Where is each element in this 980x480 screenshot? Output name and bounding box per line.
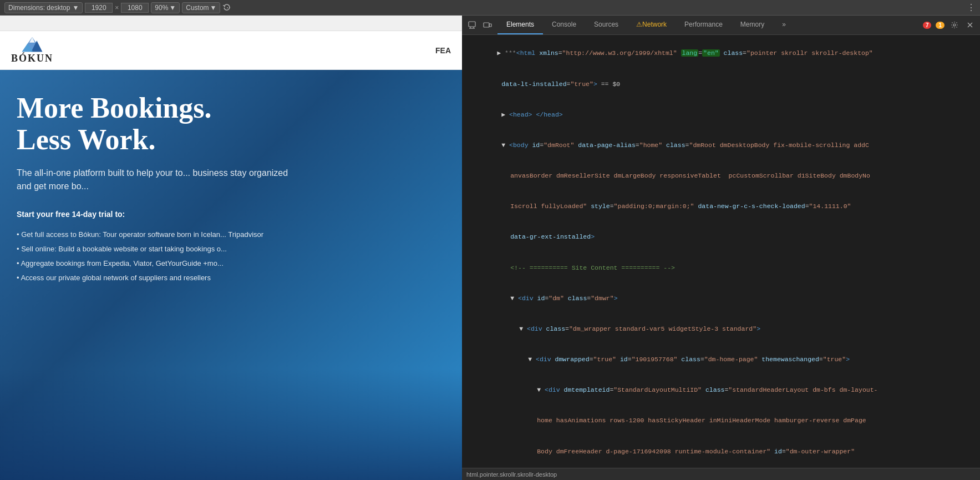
tab-performance[interactable]: Performance [676, 16, 732, 34]
preview-pane: BÓKUN FEA More Bookings. Less Work. The … [0, 16, 462, 480]
top-toolbar: Dimensions: desktop ▼ × 90% ▼ Custom ▼ ⋮ [0, 0, 980, 16]
html-line[interactable]: Body dmFreeHeader d-page-1716942098 runt… [462, 436, 980, 467]
device-mode-icon[interactable] [482, 19, 493, 31]
custom-selector[interactable]: Custom ▼ [182, 2, 220, 13]
html-element-line[interactable]: ▶ ***<html xmlns="http://www.w3.org/1999… [462, 38, 980, 69]
website-hero: More Bookings. Less Work. The all-in-one… [0, 70, 462, 480]
hero-bullets: • Get full access to Bókun: Tour operato… [17, 228, 445, 285]
zoom-arrow: ▼ [169, 4, 176, 12]
main-area: BÓKUN FEA More Bookings. Less Work. The … [0, 16, 980, 480]
html-line[interactable]: data-gr-ext-installed> [462, 222, 980, 252]
html-line[interactable]: ▼ <div dmwrapped="true" id="1901957768" … [462, 345, 980, 375]
html-line[interactable]: ▼ <div id="dm" class="dmwr"> [462, 283, 980, 314]
elements-content[interactable]: ▶ ***<html xmlns="http://www.w3.org/1999… [462, 35, 980, 468]
logo-area: BÓKUN [11, 36, 53, 64]
width-input[interactable] [85, 3, 113, 13]
warning-triangle-icon: ⚠ [636, 21, 642, 28]
hero-subtext: The all-in-one platform built to help yo… [17, 166, 294, 193]
tab-network[interactable]: ⚠ Network [627, 16, 676, 34]
device-label: Dimensions: desktop [8, 4, 70, 12]
toolbar-left: Dimensions: desktop ▼ × 90% ▼ Custom ▼ ⋮ [4, 2, 976, 13]
svg-rect-9 [484, 23, 489, 27]
more-options-button[interactable]: ⋮ [967, 2, 976, 13]
ruler-bar [0, 16, 462, 31]
settings-icon[interactable] [949, 19, 960, 31]
tab-console[interactable]: Console [543, 16, 585, 34]
bullet-4: • Access our private global network of s… [17, 271, 445, 285]
logo-mountain-icon [18, 36, 46, 53]
custom-arrow: ▼ [210, 4, 217, 12]
inspect-element-icon[interactable] [466, 19, 478, 31]
bullet-1: • Get full access to Bókun: Tour operato… [17, 228, 445, 242]
zoom-label: 90% [155, 4, 168, 12]
bullet-2: • Sell online: Build a bookable website … [17, 242, 445, 256]
zoom-selector[interactable]: 90% ▼ [151, 2, 180, 13]
html-line[interactable]: ▼ <body id="dmRoot" data-page-alias="hom… [462, 130, 980, 161]
rotate-icon[interactable] [222, 3, 231, 12]
tab-more[interactable]: » [773, 16, 795, 34]
tab-sources[interactable]: Sources [585, 16, 627, 34]
website-header: BÓKUN FEA [0, 31, 462, 70]
custom-label: Custom [186, 4, 209, 12]
html-line[interactable]: ▼ <div class="dm_wrapper standard-var5 w… [462, 314, 980, 345]
close-devtools-icon[interactable] [964, 19, 976, 31]
hero-trial-label: Start your free 14-day trial to: [17, 210, 445, 219]
html-line[interactable]: home hasAnimations rows-1200 hasStickyHe… [462, 406, 980, 436]
element-breadcrumb: html.pointer.skrollr.skrollr-desktop [466, 471, 557, 478]
hero-headline-line2: Less Work. [17, 124, 445, 155]
height-input[interactable] [121, 3, 149, 13]
nav-right: FEA [435, 46, 451, 55]
devtools-topbar: Elements Console Sources ⚠ Network Perfo… [462, 16, 980, 35]
devtools-statusbar: html.pointer.skrollr.skrollr-desktop [462, 468, 980, 480]
devtools-tabs-right: 7 1 [923, 19, 980, 31]
html-line[interactable]: anvasBorder dmResellerSite dmLargeBody r… [462, 161, 980, 191]
device-arrow: ▼ [72, 4, 79, 12]
tab-memory[interactable]: Memory [732, 16, 773, 34]
device-selector[interactable]: Dimensions: desktop ▼ [4, 2, 83, 13]
svg-rect-10 [489, 24, 491, 27]
html-line[interactable]: Iscroll fullyLoaded" style="padding:0;ma… [462, 191, 980, 222]
error-badge: 7 [923, 22, 932, 29]
svg-rect-5 [469, 22, 475, 27]
svg-point-11 [953, 24, 956, 26]
warning-badge: 1 [936, 22, 945, 29]
html-line[interactable]: ▼ <div dmtemplateid="StandardLayoutMulti… [462, 375, 980, 406]
tab-elements[interactable]: Elements [497, 16, 543, 34]
html-line[interactable]: data-lt-installed="true"> == $0 [462, 69, 980, 99]
devtools-tabs: Elements Console Sources ⚠ Network Perfo… [497, 16, 795, 34]
dimension-separator: × [115, 4, 119, 12]
bullet-3: • Aggregate bookings from Expedia, Viato… [17, 256, 445, 271]
logo-text: BÓKUN [11, 53, 53, 64]
devtools-panel: Elements Console Sources ⚠ Network Perfo… [462, 16, 980, 480]
html-line[interactable]: ▶ <head> </head> [462, 99, 980, 130]
svg-marker-4 [29, 37, 35, 43]
hero-headline: More Bookings. Less Work. [17, 92, 445, 155]
html-line[interactable]: <!-- ========== Site Content ========== … [462, 252, 980, 283]
hero-headline-line1: More Bookings. [17, 92, 445, 124]
hero-overlay [0, 369, 462, 480]
hero-content: More Bookings. Less Work. The all-in-one… [17, 92, 445, 285]
devtools-icons-left [462, 19, 497, 31]
